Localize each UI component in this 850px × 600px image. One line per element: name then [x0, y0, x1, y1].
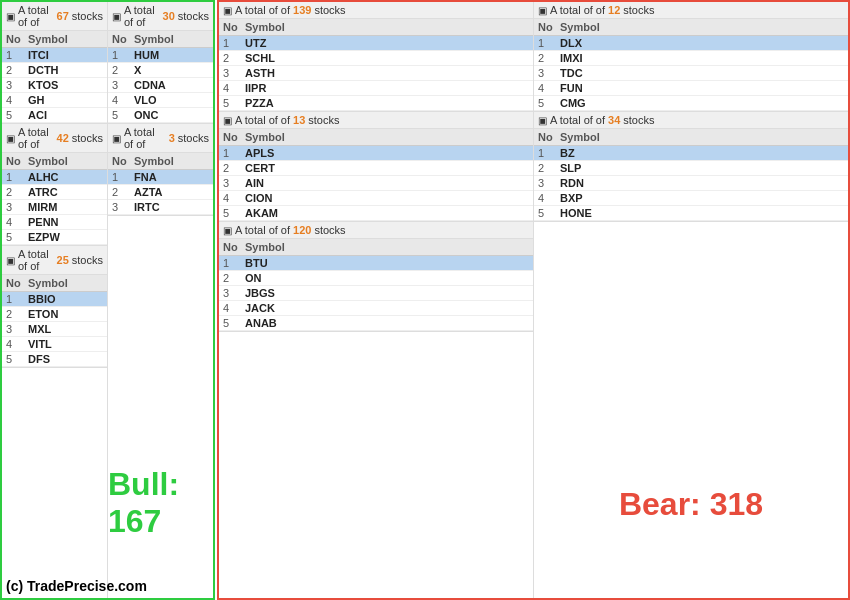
table-row[interactable]: 1BZ [534, 146, 848, 161]
table-row[interactable]: 5ANAB [219, 316, 533, 331]
row-symbol: ON [245, 272, 529, 284]
row-symbol: PENN [28, 216, 103, 228]
row-number: 3 [538, 67, 560, 79]
table-header: NoSymbol [219, 19, 533, 36]
table-row[interactable]: 4GH [2, 93, 107, 108]
col-header-symbol: Symbol [28, 277, 103, 289]
section-header: ▣ A total of of 34 stocks [534, 112, 848, 129]
table-row[interactable]: 2ATRC [2, 185, 107, 200]
col-header-no: No [538, 21, 560, 33]
bull-panel: ▣ A total of of 67 stocksNoSymbol1ITCI2D… [0, 0, 215, 600]
stock-column: ▣ A total of of 12 stocksNoSymbol1DLX2IM… [534, 2, 848, 598]
stock-count: 139 [293, 4, 311, 16]
row-number: 2 [6, 308, 28, 320]
table-row[interactable]: 5ACI [2, 108, 107, 123]
table-row[interactable]: 3IRTC [108, 200, 213, 215]
table-row[interactable]: 5ONC [108, 108, 213, 123]
table-row[interactable]: 2DCTH [2, 63, 107, 78]
col-header-symbol: Symbol [134, 155, 209, 167]
table-row[interactable]: 4VLO [108, 93, 213, 108]
stock-section: ▣ A total of of 3 stocksNoSymbol1FNA2AZT… [108, 124, 213, 216]
table-row[interactable]: 2AZTA [108, 185, 213, 200]
table-row[interactable]: 2SLP [534, 161, 848, 176]
table-header: NoSymbol [108, 31, 213, 48]
row-symbol: AIN [245, 177, 529, 189]
table-header: NoSymbol [2, 275, 107, 292]
table-row[interactable]: 2ETON [2, 307, 107, 322]
stock-section: ▣ A total of of 139 stocksNoSymbol1UTZ2S… [219, 2, 533, 112]
row-symbol: ASTH [245, 67, 529, 79]
col-header-symbol: Symbol [134, 33, 209, 45]
table-row[interactable]: 3AIN [219, 176, 533, 191]
table-header: NoSymbol [534, 129, 848, 146]
section-header: ▣ A total of of 13 stocks [219, 112, 533, 129]
table-row[interactable]: 5CMG [534, 96, 848, 111]
row-symbol: JBGS [245, 287, 529, 299]
table-row[interactable]: 2IMXI [534, 51, 848, 66]
table-row[interactable]: 5PZZA [219, 96, 533, 111]
footer-text: (c) TradePrecise.com [6, 578, 147, 594]
row-symbol: APLS [245, 147, 529, 159]
col-header-symbol: Symbol [245, 21, 529, 33]
col-header-no: No [538, 131, 560, 143]
row-number: 1 [112, 49, 134, 61]
table-row[interactable]: 1ITCI [2, 48, 107, 63]
row-number: 5 [6, 353, 28, 365]
table-row[interactable]: 4PENN [2, 215, 107, 230]
table-row[interactable]: 3ASTH [219, 66, 533, 81]
table-row[interactable]: 4IIPR [219, 81, 533, 96]
table-row[interactable]: 4CION [219, 191, 533, 206]
table-row[interactable]: 3TDC [534, 66, 848, 81]
row-number: 2 [223, 162, 245, 174]
section-header: ▣ A total of of 42 stocks [2, 124, 107, 153]
table-row[interactable]: 5AKAM [219, 206, 533, 221]
table-row[interactable]: 5HONE [534, 206, 848, 221]
table-row[interactable]: 4JACK [219, 301, 533, 316]
table-row[interactable]: 2ON [219, 271, 533, 286]
table-row[interactable]: 3JBGS [219, 286, 533, 301]
stock-count: 12 [608, 4, 620, 16]
table-row[interactable]: 3KTOS [2, 78, 107, 93]
row-symbol: VLO [134, 94, 209, 106]
col-header-no: No [6, 33, 28, 45]
col-header-no: No [223, 241, 245, 253]
table-row[interactable]: 1ALHC [2, 170, 107, 185]
row-number: 1 [223, 257, 245, 269]
row-symbol: DFS [28, 353, 103, 365]
row-symbol: RDN [560, 177, 844, 189]
row-number: 2 [223, 272, 245, 284]
table-row[interactable]: 4BXP [534, 191, 848, 206]
table-row[interactable]: 2CERT [219, 161, 533, 176]
stock-column: ▣ A total of of 67 stocksNoSymbol1ITCI2D… [2, 2, 108, 598]
row-symbol: VITL [28, 338, 103, 350]
table-row[interactable]: 1BBIO [2, 292, 107, 307]
table-row[interactable]: 4FUN [534, 81, 848, 96]
row-number: 4 [6, 94, 28, 106]
table-row[interactable]: 3MXL [2, 322, 107, 337]
row-symbol: EZPW [28, 231, 103, 243]
table-row[interactable]: 3MIRM [2, 200, 107, 215]
table-row[interactable]: 4VITL [2, 337, 107, 352]
table-row[interactable]: 5EZPW [2, 230, 107, 245]
table-row[interactable]: 5DFS [2, 352, 107, 367]
row-number: 2 [6, 186, 28, 198]
row-number: 5 [6, 109, 28, 121]
table-row[interactable]: 1APLS [219, 146, 533, 161]
table-row[interactable]: 1DLX [534, 36, 848, 51]
table-row[interactable]: 1BTU [219, 256, 533, 271]
bull-label: Bull: 167 [108, 407, 213, 598]
row-symbol: AKAM [245, 207, 529, 219]
row-symbol: DCTH [28, 64, 103, 76]
row-symbol: DLX [560, 37, 844, 49]
table-row[interactable]: 1HUM [108, 48, 213, 63]
row-number: 2 [538, 52, 560, 64]
table-row[interactable]: 3RDN [534, 176, 848, 191]
table-row[interactable]: 1FNA [108, 170, 213, 185]
table-row[interactable]: 1UTZ [219, 36, 533, 51]
row-symbol: IIPR [245, 82, 529, 94]
table-row[interactable]: 3CDNA [108, 78, 213, 93]
col-header-symbol: Symbol [245, 241, 529, 253]
col-header-no: No [6, 155, 28, 167]
table-row[interactable]: 2SCHL [219, 51, 533, 66]
table-row[interactable]: 2X [108, 63, 213, 78]
